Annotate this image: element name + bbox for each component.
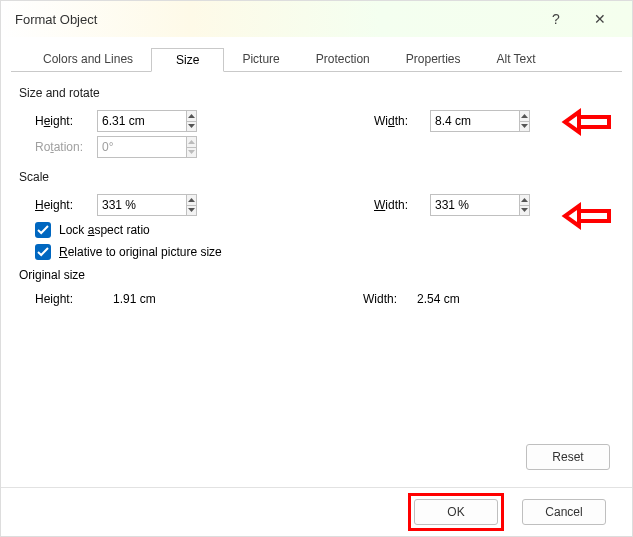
scale-width-spinner[interactable] [430, 194, 530, 216]
check-icon [37, 225, 49, 235]
tab-alt-text[interactable]: Alt Text [479, 47, 554, 71]
reset-button[interactable]: Reset [526, 444, 610, 470]
rotation-step-up [187, 137, 196, 148]
height-step-up[interactable] [187, 111, 196, 122]
ok-button[interactable]: OK [414, 499, 498, 525]
value-original-height: 1.91 cm [113, 292, 363, 306]
cancel-button[interactable]: Cancel [522, 499, 606, 525]
scale-width-step-down[interactable] [520, 206, 529, 216]
svg-marker-9 [521, 208, 528, 212]
svg-marker-0 [188, 114, 195, 118]
width-stepper [519, 111, 529, 131]
svg-marker-7 [188, 208, 195, 212]
row-relative-original: Relative to original picture size [19, 244, 614, 260]
width-step-up[interactable] [520, 111, 529, 122]
check-icon [37, 247, 49, 257]
format-object-dialog: Format Object ? ✕ Colors and Lines Size … [0, 0, 633, 537]
close-button[interactable]: ✕ [578, 4, 622, 34]
scale-width-stepper [519, 195, 529, 215]
height-spinner[interactable] [97, 110, 197, 132]
value-original-width: 2.54 cm [417, 292, 460, 306]
tab-picture[interactable]: Picture [224, 47, 297, 71]
tab-colors-and-lines[interactable]: Colors and Lines [25, 47, 151, 71]
rotation-stepper [186, 137, 196, 157]
tab-body-size: Size and rotate Height: Width: [1, 72, 632, 306]
row-height: Height: Width: [19, 110, 614, 132]
tab-protection[interactable]: Protection [298, 47, 388, 71]
svg-marker-5 [188, 150, 195, 154]
group-original-size: Original size [19, 268, 614, 282]
svg-marker-2 [521, 114, 528, 118]
label-height: Height: [19, 114, 97, 128]
ok-highlight: OK [408, 493, 504, 531]
height-input[interactable] [98, 111, 186, 131]
width-step-down[interactable] [520, 122, 529, 132]
checkbox-relative-original[interactable] [35, 244, 51, 260]
rotation-step-down [187, 148, 196, 158]
annotation-arrow-width [561, 107, 613, 137]
svg-marker-1 [188, 124, 195, 128]
titlebar: Format Object ? ✕ [1, 1, 632, 37]
group-scale: Scale [19, 170, 614, 184]
tab-size[interactable]: Size [151, 48, 224, 72]
scale-height-input[interactable] [98, 195, 186, 215]
help-button[interactable]: ? [534, 4, 578, 34]
row-scale-height: Height: Width: [19, 194, 614, 216]
tab-properties[interactable]: Properties [388, 47, 479, 71]
reset-area: Reset [526, 444, 610, 470]
scale-height-spinner[interactable] [97, 194, 197, 216]
rotation-spinner [97, 136, 197, 158]
pair-scale-width: Width: [374, 194, 530, 216]
close-icon: ✕ [594, 11, 606, 27]
group-size-and-rotate: Size and rotate [19, 86, 614, 100]
scale-height-step-down[interactable] [187, 206, 196, 216]
svg-marker-4 [188, 140, 195, 144]
svg-marker-6 [188, 198, 195, 202]
scale-height-step-up[interactable] [187, 195, 196, 206]
height-stepper [186, 111, 196, 131]
row-original-size: Height: 1.91 cm Width: 2.54 cm [19, 292, 614, 306]
label-lock-aspect: Lock aspect ratio [59, 223, 150, 237]
rotation-input [98, 137, 186, 157]
checkbox-lock-aspect[interactable] [35, 222, 51, 238]
width-input[interactable] [431, 111, 519, 131]
label-scale-height: Height: [19, 198, 97, 212]
pair-width: Width: [374, 110, 530, 132]
scale-width-step-up[interactable] [520, 195, 529, 206]
label-relative-original: Relative to original picture size [59, 245, 222, 259]
help-icon: ? [552, 11, 560, 27]
scale-width-input[interactable] [431, 195, 519, 215]
width-spinner[interactable] [430, 110, 530, 132]
label-width: Width: [374, 114, 430, 128]
scale-height-stepper [186, 195, 196, 215]
dialog-footer: OK Cancel [1, 487, 632, 536]
height-step-down[interactable] [187, 122, 196, 132]
row-rotation: Rotation: [19, 136, 614, 158]
dialog-title: Format Object [15, 12, 534, 27]
svg-marker-3 [521, 124, 528, 128]
label-rotation: Rotation: [19, 140, 97, 154]
annotation-arrow-scale-width [561, 201, 613, 231]
row-lock-aspect: Lock aspect ratio [19, 222, 614, 238]
label-scale-width: Width: [374, 198, 430, 212]
label-original-height: Height: [19, 292, 113, 306]
tabs: Colors and Lines Size Picture Protection… [1, 37, 632, 71]
label-original-width: Width: [363, 292, 417, 306]
svg-marker-8 [521, 198, 528, 202]
